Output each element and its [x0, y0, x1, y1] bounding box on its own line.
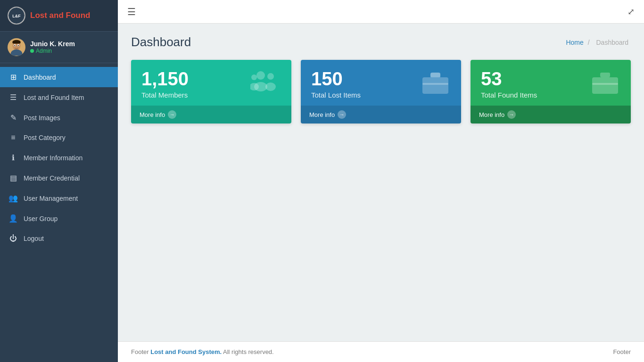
- arrow-icon: →: [168, 110, 176, 119]
- user-friends-icon: 👤: [8, 214, 18, 223]
- card-total-found: 53 Total Found Items More info: [471, 60, 631, 123]
- app-title: Lost and Found: [30, 11, 90, 20]
- arrow-icon: →: [338, 110, 346, 119]
- footer-brand: Lost and Found System.: [150, 348, 222, 355]
- svg-rect-10: [12, 41, 20, 44]
- sidebar-item-label: Dashboard: [24, 74, 56, 81]
- breadcrumb: Home / Dashboard: [566, 39, 631, 46]
- found-count: 53: [481, 68, 537, 89]
- dashboard-icon: ⊞: [8, 73, 18, 82]
- lost-count: 150: [311, 68, 361, 89]
- svg-rect-21: [600, 73, 610, 77]
- logo-icon: L&F: [8, 7, 25, 25]
- avatar: [8, 38, 25, 56]
- footer: Footer Lost and Found System. All rights…: [118, 341, 644, 362]
- members-more-info[interactable]: More info →: [131, 106, 291, 123]
- sidebar-item-member-information[interactable]: ℹ Member Information: [0, 148, 118, 168]
- sidebar-item-lost-found[interactable]: ☰ Lost and Found Item: [0, 87, 118, 107]
- user-role: Admin: [30, 48, 75, 54]
- lost-label: Total Lost Items: [311, 91, 361, 99]
- footer-suffix: All rights reserved.: [222, 348, 274, 355]
- svg-point-8: [18, 45, 19, 46]
- sidebar-item-label: Post Category: [24, 134, 66, 141]
- breadcrumb-separator: /: [588, 39, 590, 46]
- sidebar-item-label: User Management: [24, 195, 78, 202]
- list-alt-icon: ☰: [8, 93, 18, 102]
- breadcrumb-current: Dashboard: [596, 39, 629, 46]
- breadcrumb-home[interactable]: Home: [566, 39, 583, 46]
- main-content: ☰ ⤢ Dashboard Home / Dashboard 1,150 Tot…: [118, 0, 644, 362]
- svg-text:L&F: L&F: [12, 14, 21, 18]
- footer-prefix: Footer: [131, 348, 150, 355]
- members-icon: [250, 69, 281, 99]
- topbar: ☰ ⤢: [118, 0, 644, 24]
- user-name: Junio K. Krem: [30, 40, 75, 48]
- sidebar-item-label: Logout: [24, 235, 44, 242]
- arrow-icon: →: [507, 110, 516, 119]
- svg-rect-20: [592, 77, 618, 94]
- users-icon: 👥: [8, 194, 18, 203]
- svg-rect-17: [422, 77, 448, 94]
- lost-icon: [420, 69, 451, 99]
- card-body-found: 53 Total Found Items: [471, 60, 631, 106]
- svg-point-7: [14, 45, 15, 46]
- card-total-lost: 150 Total Lost Items More: [301, 60, 461, 123]
- svg-point-11: [256, 71, 265, 80]
- found-label: Total Found Items: [481, 91, 537, 99]
- card-body-lost: 150 Total Lost Items: [301, 60, 461, 106]
- sidebar-item-label: Member Credential: [24, 174, 80, 182]
- members-label: Total Members: [141, 91, 189, 99]
- sidebar-item-user-management[interactable]: 👥 User Management: [0, 188, 118, 208]
- sidebar-item-member-credential[interactable]: ▤ Member Credential: [0, 168, 118, 188]
- found-icon: [590, 69, 620, 99]
- sidebar-item-label: Member Information: [24, 154, 83, 162]
- svg-point-14: [265, 82, 276, 91]
- sidebar-item-dashboard[interactable]: ⊞ Dashboard: [0, 67, 118, 87]
- svg-rect-19: [422, 83, 448, 85]
- sidebar-item-user-group[interactable]: 👤 User Group: [0, 208, 118, 229]
- list-icon: ≡: [8, 133, 18, 142]
- sidebar-item-label: Lost and Found Item: [24, 94, 84, 101]
- sidebar-item-post-images[interactable]: ✎ Post Images: [0, 107, 118, 128]
- content-area: Dashboard Home / Dashboard 1,150 Total M…: [118, 24, 644, 341]
- svg-rect-22: [592, 83, 618, 85]
- sidebar-nav: ⊞ Dashboard ☰ Lost and Found Item ✎ Post…: [0, 63, 118, 362]
- user-info: Junio K. Krem Admin: [0, 32, 118, 63]
- id-card-icon: ▤: [8, 173, 18, 182]
- sidebar-item-label: User Group: [24, 215, 58, 222]
- card-total-members: 1,150 Total Members: [131, 60, 291, 123]
- found-more-info[interactable]: More info →: [471, 106, 631, 123]
- svg-point-15: [251, 74, 257, 80]
- edit-icon: ✎: [8, 113, 18, 122]
- sidebar-item-post-category[interactable]: ≡ Post Category: [0, 128, 118, 148]
- svg-point-13: [267, 73, 274, 80]
- card-body-members: 1,150 Total Members: [131, 60, 291, 106]
- page-header: Dashboard Home / Dashboard: [131, 35, 631, 49]
- expand-icon[interactable]: ⤢: [627, 7, 635, 17]
- members-count: 1,150: [141, 68, 189, 89]
- power-off-icon: ⏻: [8, 234, 18, 243]
- sidebar-item-label: Post Images: [24, 114, 60, 122]
- lost-more-info[interactable]: More info →: [301, 106, 461, 123]
- sidebar: L&F Lost and Found: [0, 0, 118, 362]
- footer-right: Footer: [613, 348, 631, 355]
- stats-cards: 1,150 Total Members: [131, 60, 631, 123]
- hamburger-button[interactable]: ☰: [127, 6, 136, 17]
- footer-left: Footer Lost and Found System. All rights…: [131, 348, 274, 355]
- svg-rect-18: [430, 73, 440, 77]
- page-title: Dashboard: [131, 35, 191, 49]
- info-circle-icon: ℹ: [8, 153, 18, 162]
- user-details: Junio K. Krem Admin: [30, 40, 75, 54]
- sidebar-logo: L&F Lost and Found: [0, 0, 118, 32]
- sidebar-item-logout[interactable]: ⏻ Logout: [0, 229, 118, 248]
